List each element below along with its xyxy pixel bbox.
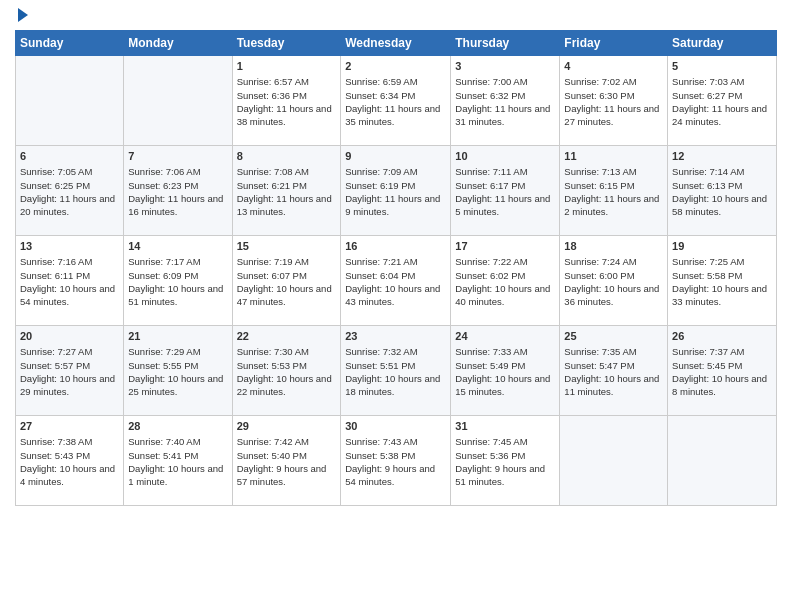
day-info: Sunrise: 7:24 AM bbox=[564, 255, 663, 268]
day-number: 3 bbox=[455, 59, 555, 74]
header bbox=[15, 10, 777, 22]
page-container: SundayMondayTuesdayWednesdayThursdayFrid… bbox=[0, 0, 792, 521]
day-info: Sunset: 5:55 PM bbox=[128, 359, 227, 372]
calendar-cell: 28Sunrise: 7:40 AMSunset: 5:41 PMDayligh… bbox=[124, 416, 232, 506]
day-info: Sunrise: 7:16 AM bbox=[20, 255, 119, 268]
day-number: 22 bbox=[237, 329, 337, 344]
day-info: Sunrise: 7:38 AM bbox=[20, 435, 119, 448]
day-info: Sunset: 6:27 PM bbox=[672, 89, 772, 102]
calendar-cell: 17Sunrise: 7:22 AMSunset: 6:02 PMDayligh… bbox=[451, 236, 560, 326]
day-info: Sunset: 6:07 PM bbox=[237, 269, 337, 282]
calendar-cell: 6Sunrise: 7:05 AMSunset: 6:25 PMDaylight… bbox=[16, 146, 124, 236]
week-row-3: 13Sunrise: 7:16 AMSunset: 6:11 PMDayligh… bbox=[16, 236, 777, 326]
column-header-saturday: Saturday bbox=[668, 31, 777, 56]
day-info: Sunset: 6:17 PM bbox=[455, 179, 555, 192]
day-info: Sunrise: 7:00 AM bbox=[455, 75, 555, 88]
day-info: Sunset: 5:53 PM bbox=[237, 359, 337, 372]
day-info: Sunrise: 7:22 AM bbox=[455, 255, 555, 268]
day-info: Sunrise: 7:32 AM bbox=[345, 345, 446, 358]
calendar-cell: 10Sunrise: 7:11 AMSunset: 6:17 PMDayligh… bbox=[451, 146, 560, 236]
day-number: 10 bbox=[455, 149, 555, 164]
day-info: Sunset: 6:36 PM bbox=[237, 89, 337, 102]
calendar-cell: 31Sunrise: 7:45 AMSunset: 5:36 PMDayligh… bbox=[451, 416, 560, 506]
day-info: Daylight: 11 hours and 13 minutes. bbox=[237, 192, 337, 219]
day-info: Sunrise: 7:29 AM bbox=[128, 345, 227, 358]
day-info: Sunrise: 7:02 AM bbox=[564, 75, 663, 88]
calendar-cell: 1Sunrise: 6:57 AMSunset: 6:36 PMDaylight… bbox=[232, 56, 341, 146]
column-header-sunday: Sunday bbox=[16, 31, 124, 56]
calendar-cell: 3Sunrise: 7:00 AMSunset: 6:32 PMDaylight… bbox=[451, 56, 560, 146]
day-info: Sunset: 6:11 PM bbox=[20, 269, 119, 282]
calendar-cell: 16Sunrise: 7:21 AMSunset: 6:04 PMDayligh… bbox=[341, 236, 451, 326]
header-row: SundayMondayTuesdayWednesdayThursdayFrid… bbox=[16, 31, 777, 56]
day-info: Daylight: 10 hours and 8 minutes. bbox=[672, 372, 772, 399]
day-number: 28 bbox=[128, 419, 227, 434]
calendar-cell: 24Sunrise: 7:33 AMSunset: 5:49 PMDayligh… bbox=[451, 326, 560, 416]
day-number: 13 bbox=[20, 239, 119, 254]
day-info: Daylight: 11 hours and 31 minutes. bbox=[455, 102, 555, 129]
day-number: 21 bbox=[128, 329, 227, 344]
calendar-cell: 8Sunrise: 7:08 AMSunset: 6:21 PMDaylight… bbox=[232, 146, 341, 236]
day-info: Sunset: 5:38 PM bbox=[345, 449, 446, 462]
day-info: Daylight: 9 hours and 54 minutes. bbox=[345, 462, 446, 489]
day-info: Sunrise: 7:19 AM bbox=[237, 255, 337, 268]
calendar-cell: 20Sunrise: 7:27 AMSunset: 5:57 PMDayligh… bbox=[16, 326, 124, 416]
day-info: Sunset: 6:09 PM bbox=[128, 269, 227, 282]
day-info: Sunset: 6:21 PM bbox=[237, 179, 337, 192]
day-info: Daylight: 11 hours and 35 minutes. bbox=[345, 102, 446, 129]
day-info: Sunrise: 7:08 AM bbox=[237, 165, 337, 178]
week-row-5: 27Sunrise: 7:38 AMSunset: 5:43 PMDayligh… bbox=[16, 416, 777, 506]
day-info: Sunrise: 7:33 AM bbox=[455, 345, 555, 358]
logo bbox=[15, 10, 28, 22]
day-info: Sunrise: 7:42 AM bbox=[237, 435, 337, 448]
calendar-cell: 15Sunrise: 7:19 AMSunset: 6:07 PMDayligh… bbox=[232, 236, 341, 326]
calendar-cell: 21Sunrise: 7:29 AMSunset: 5:55 PMDayligh… bbox=[124, 326, 232, 416]
column-header-wednesday: Wednesday bbox=[341, 31, 451, 56]
day-number: 8 bbox=[237, 149, 337, 164]
day-info: Sunrise: 7:11 AM bbox=[455, 165, 555, 178]
day-info: Sunrise: 7:40 AM bbox=[128, 435, 227, 448]
day-number: 20 bbox=[20, 329, 119, 344]
day-info: Sunrise: 6:59 AM bbox=[345, 75, 446, 88]
day-number: 16 bbox=[345, 239, 446, 254]
day-info: Daylight: 11 hours and 24 minutes. bbox=[672, 102, 772, 129]
day-info: Sunset: 5:58 PM bbox=[672, 269, 772, 282]
calendar-cell: 13Sunrise: 7:16 AMSunset: 6:11 PMDayligh… bbox=[16, 236, 124, 326]
day-info: Sunrise: 7:21 AM bbox=[345, 255, 446, 268]
day-number: 12 bbox=[672, 149, 772, 164]
week-row-2: 6Sunrise: 7:05 AMSunset: 6:25 PMDaylight… bbox=[16, 146, 777, 236]
column-header-monday: Monday bbox=[124, 31, 232, 56]
day-info: Daylight: 10 hours and 11 minutes. bbox=[564, 372, 663, 399]
day-info: Daylight: 10 hours and 40 minutes. bbox=[455, 282, 555, 309]
calendar-cell: 11Sunrise: 7:13 AMSunset: 6:15 PMDayligh… bbox=[560, 146, 668, 236]
day-info: Daylight: 10 hours and 47 minutes. bbox=[237, 282, 337, 309]
calendar-cell: 30Sunrise: 7:43 AMSunset: 5:38 PMDayligh… bbox=[341, 416, 451, 506]
day-number: 15 bbox=[237, 239, 337, 254]
day-info: Sunrise: 7:05 AM bbox=[20, 165, 119, 178]
day-info: Daylight: 11 hours and 9 minutes. bbox=[345, 192, 446, 219]
day-info: Daylight: 11 hours and 5 minutes. bbox=[455, 192, 555, 219]
day-number: 11 bbox=[564, 149, 663, 164]
day-number: 23 bbox=[345, 329, 446, 344]
column-header-friday: Friday bbox=[560, 31, 668, 56]
day-info: Daylight: 10 hours and 54 minutes. bbox=[20, 282, 119, 309]
day-number: 29 bbox=[237, 419, 337, 434]
day-info: Daylight: 10 hours and 18 minutes. bbox=[345, 372, 446, 399]
week-row-1: 1Sunrise: 6:57 AMSunset: 6:36 PMDaylight… bbox=[16, 56, 777, 146]
day-info: Daylight: 10 hours and 1 minute. bbox=[128, 462, 227, 489]
calendar-header: SundayMondayTuesdayWednesdayThursdayFrid… bbox=[16, 31, 777, 56]
day-info: Daylight: 11 hours and 16 minutes. bbox=[128, 192, 227, 219]
day-info: Sunset: 5:40 PM bbox=[237, 449, 337, 462]
day-info: Sunset: 5:36 PM bbox=[455, 449, 555, 462]
day-info: Daylight: 11 hours and 27 minutes. bbox=[564, 102, 663, 129]
day-info: Daylight: 10 hours and 51 minutes. bbox=[128, 282, 227, 309]
day-number: 27 bbox=[20, 419, 119, 434]
day-number: 25 bbox=[564, 329, 663, 344]
day-number: 17 bbox=[455, 239, 555, 254]
day-info: Sunset: 6:34 PM bbox=[345, 89, 446, 102]
calendar-cell: 23Sunrise: 7:32 AMSunset: 5:51 PMDayligh… bbox=[341, 326, 451, 416]
day-info: Daylight: 11 hours and 38 minutes. bbox=[237, 102, 337, 129]
day-info: Sunset: 6:00 PM bbox=[564, 269, 663, 282]
day-info: Daylight: 10 hours and 29 minutes. bbox=[20, 372, 119, 399]
calendar-cell: 12Sunrise: 7:14 AMSunset: 6:13 PMDayligh… bbox=[668, 146, 777, 236]
